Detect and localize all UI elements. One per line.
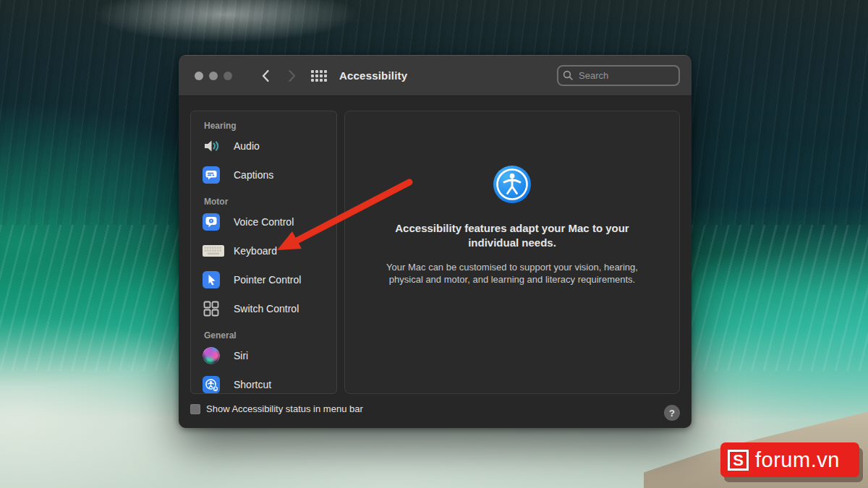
show-all-grid-icon[interactable]: [311, 70, 327, 82]
accessibility-status-checkbox[interactable]: [190, 404, 200, 414]
sidebar-item-audio[interactable]: Audio: [203, 132, 326, 160]
titlebar: Accessibility: [179, 56, 692, 96]
accessibility-icon: [493, 165, 532, 204]
main-heading: Accessibility features adapt your Mac to…: [378, 221, 647, 250]
sidebar-item-captions[interactable]: Captions: [203, 160, 326, 189]
sidebar-item-siri[interactable]: Siri: [203, 341, 326, 370]
nav-buttons: [261, 69, 297, 82]
sidebar-item-label: Captions: [234, 169, 273, 181]
pointer-control-icon: [203, 271, 224, 288]
sidebar-item-label: Shortcut: [234, 379, 271, 390]
sidebar-item-voice-control[interactable]: Voice Control: [203, 207, 326, 236]
sidebar-item-label: Pointer Control: [234, 274, 301, 286]
window-title: Accessibility: [339, 69, 407, 82]
checkbox-label: Show Accessibility status in menu bar: [206, 403, 363, 414]
accessibility-preferences-window: Accessibility Hearing Aud: [179, 55, 692, 428]
search-input[interactable]: [557, 65, 680, 86]
sidebar-item-label: Voice Control: [234, 216, 294, 228]
sidebar-item-label: Keyboard: [234, 245, 277, 257]
sidebar-item-pointer-control[interactable]: Pointer Control: [203, 265, 326, 294]
sforum-logo-text: forum.vn: [755, 448, 840, 472]
sidebar-item-label: Switch Control: [234, 303, 299, 314]
sforum-logo-mark: S: [728, 450, 749, 471]
search-icon: [563, 70, 574, 81]
traffic-lights: [195, 72, 232, 80]
section-header-general: General: [204, 330, 325, 341]
help-button[interactable]: ?: [664, 405, 680, 421]
switch-control-icon: [203, 300, 224, 317]
voice-control-icon: [203, 213, 224, 231]
sidebar: Hearing Audio: [190, 111, 337, 394]
close-button[interactable]: [195, 72, 203, 80]
forward-icon[interactable]: [288, 69, 297, 82]
desktop: Accessibility Hearing Aud: [0, 0, 868, 488]
shortcut-icon: [203, 376, 224, 393]
keyboard-icon: [203, 245, 224, 257]
audio-speaker-icon: [203, 137, 224, 155]
footer: Show Accessibility status in menu bar: [190, 403, 363, 414]
search-field: [557, 65, 680, 86]
sidebar-item-shortcut[interactable]: Shortcut: [203, 370, 326, 394]
section-header-hearing: Hearing: [204, 121, 325, 131]
minimize-button[interactable]: [209, 72, 218, 80]
back-icon[interactable]: [261, 69, 270, 82]
siri-icon: [203, 347, 224, 364]
main-panel: Accessibility features adapt your Mac to…: [344, 111, 680, 394]
main-description: Your Mac can be customised to support yo…: [368, 261, 656, 286]
sidebar-item-keyboard[interactable]: Keyboard: [203, 236, 326, 265]
captions-icon: [203, 166, 224, 184]
sidebar-item-switch-control[interactable]: Switch Control: [203, 294, 326, 323]
zoom-button[interactable]: [224, 72, 232, 80]
sforum-watermark: S forum.vn: [720, 442, 859, 477]
sidebar-item-label: Siri: [234, 350, 248, 361]
sidebar-item-label: Audio: [234, 140, 260, 152]
section-header-motor: Motor: [204, 197, 325, 207]
